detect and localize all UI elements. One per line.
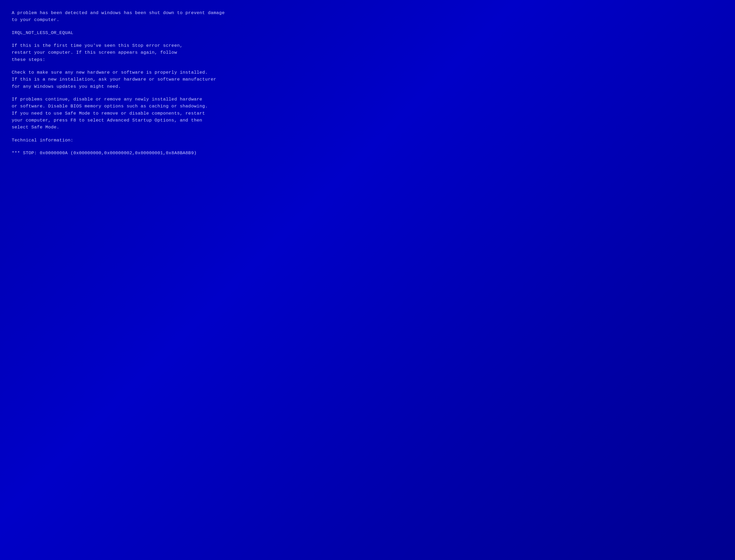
first-time-paragraph: If this is the first time you've seen th…	[12, 42, 267, 63]
bsod-content: A problem has been detected and windows …	[12, 10, 267, 157]
intro-text: A problem has been detected and windows …	[12, 10, 267, 24]
bsod-screen: A problem has been detected and windows …	[0, 0, 735, 560]
tech-info-label: Technical information:	[12, 137, 267, 144]
hardware-check-paragraph: Check to make sure any new hardware or s…	[12, 69, 267, 90]
error-code: IRQL_NOT_LESS_OR_EQUAL	[12, 30, 267, 36]
safe-mode-paragraph: If problems continue, disable or remove …	[12, 96, 267, 131]
stop-code: *** STOP: 0x0000000A (0x00000000,0x00000…	[12, 150, 267, 157]
